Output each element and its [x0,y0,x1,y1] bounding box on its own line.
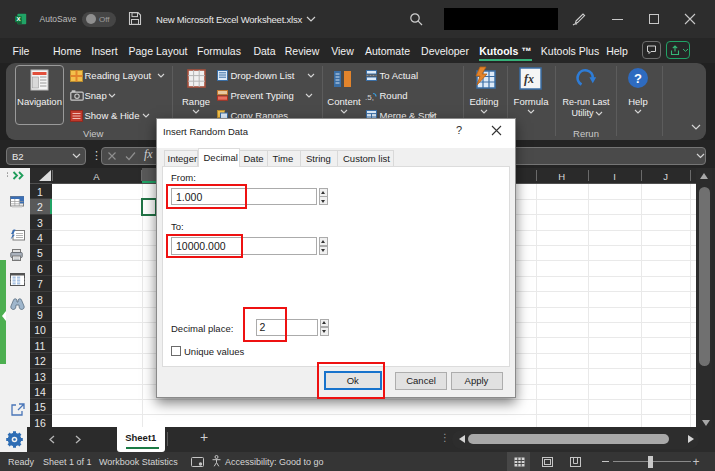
svg-text:.5,: .5, [365,93,374,102]
svg-text:fx: fx [524,72,534,86]
svg-text:X: X [16,16,20,22]
svg-text:?: ? [634,71,642,86]
